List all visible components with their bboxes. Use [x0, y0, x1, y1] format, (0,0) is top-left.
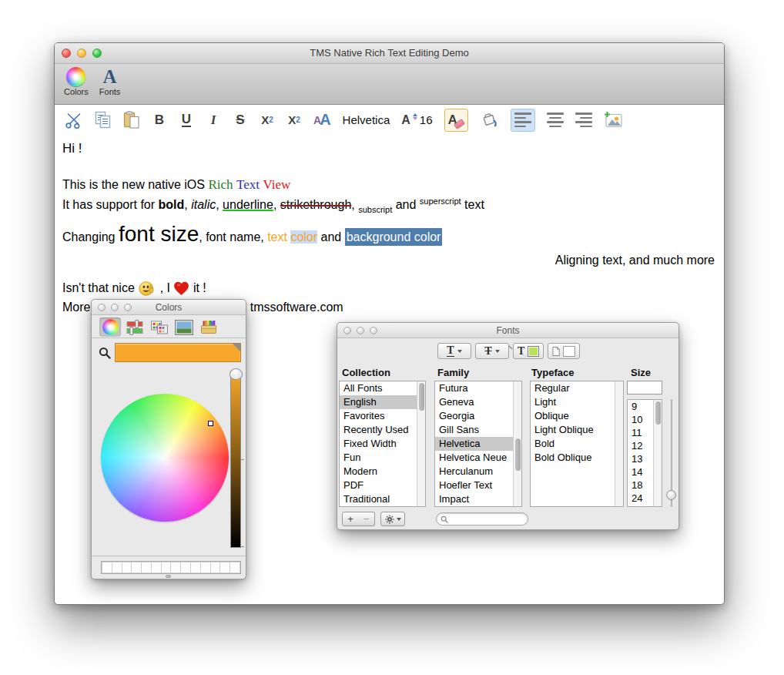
- family-item[interactable]: Impact: [435, 492, 521, 506]
- add-collection-button[interactable]: +: [342, 512, 359, 526]
- collection-item-selected[interactable]: English: [340, 395, 425, 409]
- insert-image-button[interactable]: [604, 109, 623, 131]
- swatch-cell[interactable]: [122, 562, 132, 573]
- swatch-cell[interactable]: [132, 562, 141, 573]
- title-bar[interactable]: TMS Native Rich Text Editing Demo: [55, 43, 724, 64]
- current-color-swatch[interactable]: [115, 343, 241, 362]
- superscript-button[interactable]: X2: [286, 109, 302, 131]
- collection-scrollbar[interactable]: [417, 381, 425, 506]
- typeface-item[interactable]: Light Oblique: [531, 423, 623, 437]
- tab-color-wheel[interactable]: [99, 317, 121, 337]
- document-color-button[interactable]: [548, 343, 580, 359]
- swatch-cell[interactable]: [230, 562, 240, 573]
- swatch-cell[interactable]: [211, 562, 220, 573]
- collection-item[interactable]: Modern: [340, 465, 425, 479]
- fonts-toolbar-button[interactable]: A Fonts: [99, 67, 121, 96]
- font-size-control[interactable]: A 16: [401, 113, 432, 127]
- swatch-cell[interactable]: [112, 562, 122, 573]
- format-toolbar: B U I S X2 X2 AA Helvetica A 16 A: [55, 105, 724, 135]
- scrollbar-thumb[interactable]: [419, 383, 424, 411]
- family-item[interactable]: Futura: [435, 381, 521, 395]
- underline-t-glyph: T: [447, 345, 454, 357]
- tab-color-sliders[interactable]: [124, 317, 146, 337]
- family-item[interactable]: Helvetica Neue: [435, 451, 521, 465]
- swatch-cell[interactable]: [142, 562, 151, 573]
- scrollbar-thumb[interactable]: [655, 401, 661, 425]
- collection-item[interactable]: All Fonts: [340, 381, 425, 395]
- swatch-cell[interactable]: [181, 562, 190, 573]
- text-color-button[interactable]: T: [513, 343, 544, 359]
- family-item-selected[interactable]: Helvetica: [435, 437, 521, 451]
- clear-format-button[interactable]: A: [444, 109, 468, 132]
- italic-button[interactable]: I: [206, 109, 221, 131]
- family-item[interactable]: Herculanum: [435, 465, 521, 479]
- size-slider[interactable]: [668, 399, 675, 507]
- subscript-button[interactable]: X2: [260, 109, 275, 131]
- collection-item[interactable]: Favorites: [340, 409, 425, 423]
- align-center-button[interactable]: [547, 109, 564, 131]
- collection-item[interactable]: Fun: [340, 451, 425, 465]
- fonts-panel-title: Fonts: [337, 325, 678, 336]
- swatch-cell[interactable]: [171, 562, 180, 573]
- family-item[interactable]: Georgia: [435, 409, 521, 423]
- swatch-cell[interactable]: [220, 562, 230, 573]
- collection-item[interactable]: PDF: [340, 479, 425, 492]
- font-style-button[interactable]: AA: [313, 109, 331, 131]
- typeface-item[interactable]: Bold Oblique: [531, 451, 623, 465]
- typeface-item[interactable]: Regular: [531, 381, 623, 395]
- font-search-field[interactable]: [436, 512, 528, 526]
- align-left-button[interactable]: [511, 109, 535, 132]
- tab-image-palettes[interactable]: [173, 317, 195, 337]
- paste-button[interactable]: [123, 109, 140, 131]
- typeface-item[interactable]: Oblique: [531, 409, 623, 423]
- color-wheel-selector[interactable]: [208, 421, 213, 426]
- text-underline-menu-button[interactable]: T: [437, 343, 471, 359]
- size-scrollbar[interactable]: [653, 400, 662, 506]
- colors-panel-titlebar[interactable]: Colors: [92, 300, 246, 315]
- action-menu-button[interactable]: [380, 512, 405, 526]
- size-input[interactable]: [627, 381, 662, 395]
- swatch-cell[interactable]: [201, 562, 210, 573]
- text-color-swatch: [528, 346, 539, 357]
- align-right-button[interactable]: [575, 109, 592, 131]
- collection-item[interactable]: Fixed Width: [340, 437, 425, 451]
- underline-button[interactable]: U: [179, 109, 194, 131]
- font-search-input[interactable]: [451, 515, 520, 524]
- bold-button[interactable]: B: [152, 109, 167, 131]
- fill-color-button[interactable]: [480, 109, 499, 131]
- family-scrollbar[interactable]: [513, 381, 521, 506]
- font-name-label[interactable]: Helvetica: [343, 113, 390, 126]
- strikethrough-button[interactable]: S: [233, 109, 248, 131]
- swatch-cell[interactable]: [162, 562, 171, 573]
- brightness-slider-knob[interactable]: [230, 368, 243, 380]
- color-wheel[interactable]: [101, 394, 229, 522]
- tab-color-palettes[interactable]: [149, 317, 170, 337]
- remove-collection-button[interactable]: −: [358, 512, 375, 526]
- colors-toolbar-button[interactable]: Colors: [64, 67, 89, 96]
- family-item[interactable]: Gill Sans: [435, 423, 521, 437]
- typeface-item[interactable]: Bold: [531, 437, 623, 451]
- copy-button[interactable]: [95, 109, 112, 131]
- swatch-cell[interactable]: [102, 562, 112, 573]
- fonts-panel-titlebar[interactable]: Fonts: [337, 323, 678, 338]
- typeface-item[interactable]: Light: [531, 395, 623, 409]
- text-segment: it !: [189, 281, 206, 294]
- size-slider-knob[interactable]: [666, 490, 676, 500]
- tab-crayons[interactable]: [198, 317, 219, 337]
- family-item[interactable]: Lucida Grande: [435, 506, 521, 507]
- text-strikethrough-menu-button[interactable]: T: [475, 343, 509, 359]
- scrollbar-thumb[interactable]: [515, 438, 521, 471]
- swatch-cell[interactable]: [191, 562, 200, 573]
- brightness-slider[interactable]: [230, 371, 241, 548]
- resize-handle[interactable]: [166, 575, 171, 578]
- magnifier-icon: [441, 515, 448, 523]
- typeface-scrollbar[interactable]: [615, 381, 623, 506]
- cut-button[interactable]: [65, 109, 83, 131]
- family-item[interactable]: Geneva: [435, 395, 521, 409]
- collection-item[interactable]: Recently Used: [340, 423, 425, 437]
- family-item[interactable]: Hoefler Text: [435, 479, 521, 492]
- rich-text-editor[interactable]: Hi ! This is the new native iOS Rich Tex…: [55, 135, 724, 315]
- color-search-button[interactable]: [99, 347, 111, 362]
- collection-item[interactable]: Traditional: [340, 492, 425, 506]
- swatch-cell[interactable]: [152, 562, 161, 573]
